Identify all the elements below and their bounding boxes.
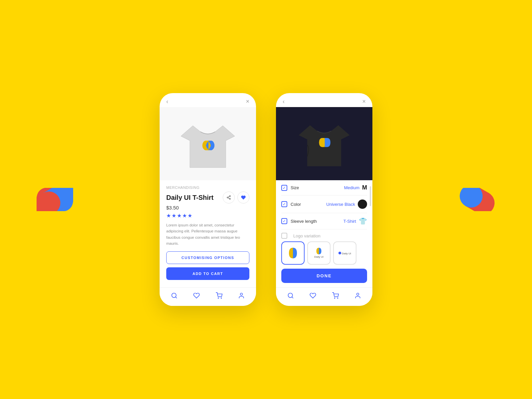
option-row-size: ✓ Size Medium M (281, 180, 367, 196)
scrollbar-indicator (370, 186, 371, 206)
checkbox-size[interactable]: ✓ (281, 185, 287, 191)
bottom-nav-left (160, 287, 256, 306)
logo-option-2-text: Daily UI (314, 255, 324, 258)
option-row-sleeve: ✓ Sleeve length T-Shirt 👕 (281, 213, 367, 229)
option-label-color: Color (291, 202, 326, 207)
phone-right: ‹ × (276, 93, 372, 306)
close-button-left[interactable]: × (246, 98, 249, 104)
nav-search-left[interactable] (171, 292, 178, 301)
svg-line-29 (176, 297, 177, 298)
logo-variation-section: Logo variation (281, 229, 367, 241)
product-image-right (276, 107, 372, 180)
svg-line-35 (292, 297, 293, 298)
nav-search-right[interactable] (287, 292, 294, 301)
svg-point-37 (337, 298, 338, 299)
option-label-sleeve: Sleeve length (291, 219, 343, 224)
option-value-size: Medium (344, 185, 359, 190)
color-badge (358, 200, 367, 209)
options-panel: ✓ Size Medium M ✓ Color Universe Black ✓… (276, 180, 372, 286)
product-stars: ★★★★★ (166, 212, 249, 219)
close-button-right[interactable]: × (362, 98, 366, 104)
logo-option-2[interactable]: Daily UI (307, 241, 331, 265)
add-to-cart-button[interactable]: ADD TO CART (166, 267, 249, 280)
svg-point-30 (218, 298, 218, 299)
product-details-left: Merchandising Daily UI T-Shirt (160, 180, 256, 285)
bottom-nav-right (276, 287, 372, 306)
favorite-button[interactable] (237, 192, 249, 203)
product-title-row: Daily UI T-Shirt (166, 192, 249, 203)
checkbox-logo[interactable] (281, 233, 287, 239)
back-button-right[interactable]: ‹ (283, 98, 285, 104)
option-value-color: Universe Black (326, 202, 355, 207)
product-title: Daily UI T-Shirt (166, 194, 213, 201)
checkbox-sleeve[interactable]: ✓ (281, 218, 287, 224)
svg-line-27 (228, 197, 229, 197)
size-badge: M (362, 184, 367, 191)
logo-variation-label-text: Logo variation (293, 233, 321, 238)
background: ‹ × (27, 20, 505, 379)
category-label: Merchandising (166, 186, 249, 190)
logo-options-row: Daily UI Daily UI (281, 241, 367, 265)
svg-point-31 (221, 298, 222, 299)
customise-button[interactable]: CUSTOMISING OPTIONS (166, 251, 249, 264)
phone-left: ‹ × (160, 93, 256, 306)
sleeve-badge: 👕 (359, 217, 367, 225)
nav-cart-right[interactable] (332, 292, 339, 301)
topbar-right: ‹ × (276, 93, 372, 107)
done-button[interactable]: DONE (281, 269, 367, 283)
svg-point-32 (240, 293, 243, 296)
svg-point-38 (357, 293, 359, 296)
pill-decoration-right (459, 188, 495, 211)
product-description: Lorem ipsum dolor sit amet, consectetur … (166, 222, 249, 247)
action-icons (223, 192, 249, 203)
svg-line-26 (228, 198, 229, 199)
option-value-sleeve: T-Shirt (343, 219, 356, 224)
product-image-left (160, 107, 256, 180)
phones-container: ‹ × (160, 93, 372, 306)
checkbox-color[interactable]: ✓ (281, 201, 287, 207)
nav-heart-left[interactable] (193, 292, 200, 301)
back-button-left[interactable]: ‹ (166, 98, 168, 104)
svg-point-36 (334, 298, 335, 299)
pill-decoration-left (37, 188, 73, 211)
option-row-color: ✓ Color Universe Black (281, 196, 367, 213)
option-label-size: Size (291, 185, 344, 190)
nav-user-right[interactable] (354, 292, 361, 301)
nav-heart-right[interactable] (310, 292, 316, 301)
product-price: $3.50 (166, 205, 249, 210)
nav-cart-left[interactable] (216, 292, 222, 301)
logo-option-3[interactable]: Daily UI (333, 241, 356, 265)
share-button[interactable] (223, 192, 235, 203)
logo-option-1[interactable] (281, 241, 305, 265)
nav-user-left[interactable] (238, 292, 245, 301)
topbar-left: ‹ × (160, 93, 256, 107)
logo-option-3-text: Daily UI (342, 252, 351, 255)
